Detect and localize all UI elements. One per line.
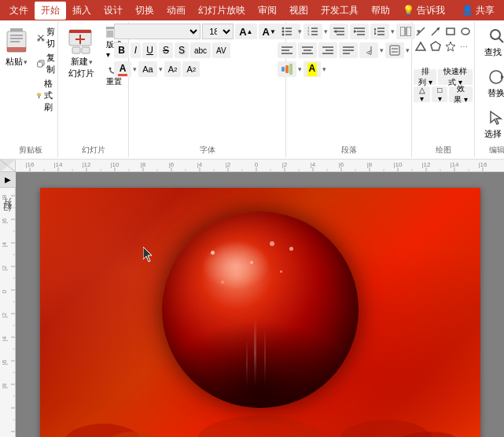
- select-button[interactable]: 选择 ▾: [480, 105, 504, 143]
- font-name-select[interactable]: [114, 24, 200, 39]
- menu-developer[interactable]: 开发工具: [315, 2, 365, 20]
- menu-review[interactable]: 审阅: [252, 2, 283, 20]
- para-label: 段落: [341, 143, 357, 156]
- menu-animations[interactable]: 动画: [160, 2, 192, 20]
- shape-oval[interactable]: [458, 24, 473, 39]
- strikethrough-button[interactable]: S: [159, 42, 173, 58]
- align-center-button[interactable]: [298, 42, 317, 58]
- menu-tell-me[interactable]: 💡 告诉我: [396, 2, 451, 20]
- svg-text:|2: |2: [226, 161, 231, 168]
- globe-base-shadow: [162, 320, 359, 409]
- menu-insert[interactable]: 插入: [66, 2, 97, 20]
- convert-smartart-button[interactable]: [278, 61, 296, 77]
- bullets-icon: [281, 26, 292, 37]
- shape-arrow[interactable]: [429, 24, 443, 39]
- replace-button[interactable]: 替换: [480, 64, 504, 102]
- ruler-v-svg: |8 |6 |4 |2 0: [0, 188, 15, 437]
- highlight-button[interactable]: A: [304, 61, 322, 77]
- shape-star[interactable]: [443, 39, 458, 54]
- paragraph-group: ▾ 1. 2. 3. ▾: [286, 22, 412, 157]
- italic-button[interactable]: I: [131, 42, 141, 58]
- line-shape-icon: [415, 26, 426, 37]
- bullets-button[interactable]: [278, 24, 296, 39]
- shape-outline-button[interactable]: □ ▾: [432, 86, 447, 102]
- font-case-button[interactable]: Aa: [138, 61, 156, 77]
- subscript-button[interactable]: A2: [182, 61, 200, 77]
- find-button[interactable]: 查找 ▾: [480, 24, 504, 61]
- svg-rect-71: [285, 65, 289, 73]
- align-right-button[interactable]: [318, 42, 337, 58]
- menu-design[interactable]: 设计: [97, 2, 129, 20]
- font-group: 18 A▲ A▼ A B: [129, 22, 286, 157]
- new-slide-label2: 幻灯片: [68, 68, 94, 79]
- menu-view[interactable]: 视图: [283, 2, 315, 20]
- bullets-dropdown: ▾: [298, 28, 302, 35]
- star-shape-icon: [445, 41, 456, 52]
- shape-fill-button[interactable]: △ ▾: [414, 86, 430, 102]
- line-spacing-button[interactable]: [370, 24, 389, 39]
- shape-triangle[interactable]: [414, 39, 428, 54]
- decrease-indent-button[interactable]: [329, 24, 348, 39]
- menu-share[interactable]: 👤 共享: [455, 2, 501, 20]
- align-right-icon: [322, 46, 333, 55]
- new-slide-label: 新建: [71, 56, 88, 68]
- app-window: 文件 开始 插入 设计 切换 动画 幻灯片放映 审阅 视图 开发工具 帮助 💡 …: [0, 0, 504, 437]
- increase-font-button[interactable]: A▲: [235, 24, 256, 39]
- highlight-label: A: [307, 63, 318, 74]
- svg-rect-51: [400, 27, 405, 36]
- para-group-content: ▾ 1. 2. 3. ▾: [278, 24, 421, 143]
- justify-button[interactable]: [339, 42, 358, 58]
- replace-icon: [487, 68, 504, 86]
- text-direction-button[interactable]: A: [359, 42, 378, 58]
- text-align-icon: [389, 45, 400, 56]
- draw-group-content: ⋯ 排列 ▾ 快速样式 ▾: [414, 24, 473, 143]
- menu-home[interactable]: 开始: [35, 2, 66, 20]
- font-size-select[interactable]: 18: [202, 24, 234, 39]
- menu-file[interactable]: 文件: [3, 2, 35, 20]
- format-painter-button[interactable]: 格式刷: [35, 77, 61, 114]
- arrange-button[interactable]: 排列 ▾: [414, 69, 436, 85]
- svg-text:|2: |2: [282, 161, 288, 168]
- shape-pentagon[interactable]: [429, 39, 443, 54]
- increase-indent-button[interactable]: [350, 24, 369, 39]
- kerning-button[interactable]: AV: [212, 42, 230, 58]
- shadow-button[interactable]: S: [175, 42, 189, 58]
- char-spacing-button[interactable]: abc: [190, 42, 211, 58]
- copy-button[interactable]: 复制: [35, 51, 61, 76]
- slide-container: [40, 188, 480, 437]
- align-left-button[interactable]: [278, 42, 296, 58]
- svg-rect-137: [0, 188, 15, 437]
- bold-button[interactable]: B: [114, 42, 129, 58]
- shape-rect[interactable]: [443, 24, 458, 39]
- menu-transitions[interactable]: 切换: [129, 2, 160, 20]
- svg-rect-4: [10, 41, 20, 42]
- svg-text:|6: |6: [1, 359, 8, 365]
- clipboard-group-content: 粘贴 ▾: [0, 24, 61, 143]
- svg-text:|2: |2: [1, 265, 8, 270]
- paste-button[interactable]: 粘贴 ▾: [0, 24, 33, 71]
- menu-help[interactable]: 帮助: [365, 2, 396, 20]
- svg-text:|2: |2: [1, 312, 8, 318]
- collapse-panel-button[interactable]: ▶: [0, 172, 16, 188]
- font-color-bar: [118, 74, 127, 76]
- shape-effects-button[interactable]: 效果 ▾: [449, 86, 473, 102]
- svg-text:|4: |4: [1, 241, 8, 247]
- text-align-button[interactable]: [385, 42, 404, 58]
- svg-rect-76: [447, 28, 454, 35]
- text-dir-dropdown: ▾: [380, 46, 384, 54]
- svg-text:0: 0: [1, 289, 8, 293]
- font-color-button[interactable]: A: [114, 61, 131, 77]
- new-slide-button[interactable]: 新建 ▾ 幻灯片: [62, 24, 101, 83]
- quick-styles-button[interactable]: 快速样式 ▾: [438, 69, 473, 85]
- numbering-button[interactable]: 1. 2. 3.: [304, 24, 322, 39]
- shape-more[interactable]: ⋯: [458, 39, 473, 54]
- shape-line[interactable]: [414, 24, 428, 39]
- superscript-label: A: [168, 64, 174, 74]
- cut-button[interactable]: 剪切: [35, 25, 61, 50]
- superscript-button[interactable]: A2: [164, 61, 182, 77]
- slide-canvas-area[interactable]: [16, 172, 504, 437]
- underline-button[interactable]: U: [142, 42, 157, 58]
- ruler-corner-icon: [0, 160, 16, 172]
- menu-slideshow[interactable]: 幻灯片放映: [192, 2, 252, 20]
- svg-rect-72: [289, 64, 292, 75]
